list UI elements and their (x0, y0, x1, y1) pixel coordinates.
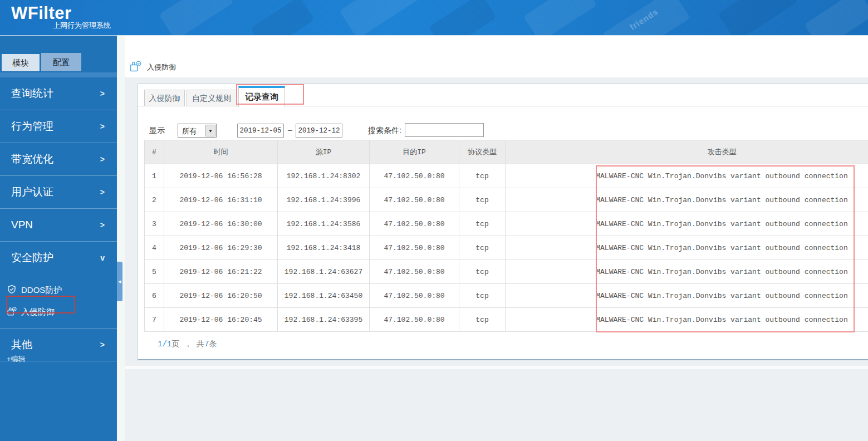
sidebar-item-label: 行为管理 (11, 120, 53, 132)
tab-custom-rules[interactable]: 自定义规则 (187, 90, 237, 106)
pagination: 1/1页 ， 共7条 (158, 339, 217, 349)
sidebar-item-query-stats[interactable]: 查询统计 > (0, 77, 117, 110)
column-header-attack-type: 攻击类型 (506, 140, 868, 164)
table-cell: tcp (459, 308, 506, 332)
table-row: 52019-12-06 16:21:22192.168.1.24:6362747… (145, 260, 868, 284)
dropdown-arrow-icon: ▼ (205, 125, 215, 136)
table-cell: MALWARE-CNC Win.Trojan.Donvibs variant o… (506, 284, 868, 308)
sidebar-item-ddos-protection[interactable]: DDOS防护 (0, 279, 117, 301)
table-cell: MALWARE-CNC Win.Trojan.Donvibs variant o… (506, 260, 868, 284)
table-cell: 192.168.1.24:3418 (278, 236, 370, 260)
table-cell: MALWARE-CNC Win.Trojan.Donvibs variant o… (506, 164, 868, 188)
sidebar-edit-link[interactable]: +编辑 (7, 354, 26, 364)
sidebar-item-label: DDOS防护 (21, 285, 62, 295)
sidebar-item-label: 带宽优化 (11, 153, 53, 165)
chevron-right-icon: > (100, 77, 105, 110)
table-cell: 192.168.1.24:63627 (278, 260, 370, 284)
sidebar-item-label: 其他 (11, 339, 32, 350)
table-cell: MALWARE-CNC Win.Trojan.Donvibs variant o… (506, 212, 868, 236)
table-cell: 192.168.1.24:3586 (278, 212, 370, 236)
sidebar-tab-modules[interactable]: 模块 (2, 54, 40, 71)
table-header-row: # 时间 源IP 目的IP 协议类型 攻击类型 (145, 140, 868, 164)
table-cell: 192.168.1.24:3996 (278, 188, 370, 212)
total-unit: 条 (209, 340, 217, 349)
table-cell: 2019-12-06 16:21:22 (164, 260, 278, 284)
content-footer-strip (125, 366, 868, 369)
table-cell: 192.168.1.24:63450 (278, 284, 370, 308)
table-cell: tcp (459, 260, 506, 284)
table-cell: MALWARE-CNC Win.Trojan.Donvibs variant o… (506, 188, 868, 212)
column-header-index: # (145, 140, 164, 164)
sidebar-item-bandwidth[interactable]: 带宽优化 > (0, 143, 117, 176)
sidebar-item-behavior-mgmt[interactable]: 行为管理 > (0, 110, 117, 143)
app-banner: friends WFilter 上网行为管理系统 (0, 0, 868, 36)
table-row: 32019-12-06 16:30:00192.168.1.24:358647.… (145, 212, 868, 236)
table-cell: 2019-12-06 16:56:28 (164, 164, 278, 188)
display-label: 显示 (149, 126, 165, 136)
select-value: 所有 (182, 126, 197, 136)
chevron-right-icon: > (100, 176, 105, 208)
table-cell: 47.102.50.0:80 (370, 236, 459, 260)
keyboard-key-decoration (429, 0, 497, 36)
table-cell: 192.168.1.24:63395 (278, 308, 370, 332)
keyboard-key-decoration (523, 0, 597, 36)
tab-record-query[interactable]: 记录查询 (238, 86, 285, 107)
intrusion-log-table: # 时间 源IP 目的IP 协议类型 攻击类型 12019-12-06 16:5… (144, 140, 868, 332)
table-cell: 5 (145, 260, 164, 284)
table-cell: MALWARE-CNC Win.Trojan.Donvibs variant o… (506, 308, 868, 332)
sidebar-item-label: 用户认证 (11, 186, 53, 198)
sidebar-item-intrusion-prevention[interactable]: 入侵防御 (0, 301, 117, 322)
table-cell: 3 (145, 212, 164, 236)
box-check-icon (7, 306, 17, 316)
table-cell: tcp (459, 188, 506, 212)
date-range-separator: – (288, 125, 292, 134)
table-cell: 47.102.50.0:80 (370, 212, 459, 236)
display-filter-select[interactable]: 所有 ▼ (178, 124, 217, 138)
column-header-source-ip: 源IP (278, 140, 370, 164)
sidebar-submenu-security: DDOS防护 入侵防御 (0, 275, 117, 329)
sidebar-collapse-handle[interactable]: ◀ (117, 262, 122, 301)
search-label: 搜索条件: (368, 126, 401, 136)
page-unit: 页 (171, 340, 179, 349)
table-cell: 47.102.50.0:80 (370, 308, 459, 332)
table-cell: 2019-12-06 16:29:30 (164, 236, 278, 260)
table-cell: 47.102.50.0:80 (370, 284, 459, 308)
sidebar-divider-strip (0, 72, 117, 77)
keyboard-key-decoration (159, 0, 234, 36)
table-row: 12019-12-06 16:56:28192.168.1.24:830247.… (145, 164, 868, 188)
tab-intrusion-prevention[interactable]: 入侵防御 (144, 90, 185, 106)
table-cell: 6 (145, 284, 164, 308)
column-header-protocol: 协议类型 (459, 140, 506, 164)
sidebar-item-user-auth[interactable]: 用户认证 > (0, 176, 117, 209)
chevron-right-icon: > (100, 110, 105, 143)
chevron-right-icon: > (100, 143, 105, 175)
date-from-input[interactable] (237, 124, 284, 138)
table-cell: 2 (145, 188, 164, 212)
keyboard-key-decoration (804, 0, 868, 36)
keyboard-key-decoration (718, 0, 797, 36)
table-cell: 2019-12-06 16:20:45 (164, 308, 278, 332)
page-title: 入侵防御 (147, 62, 176, 72)
table-cell: 2019-12-06 16:30:00 (164, 212, 278, 236)
pagination-separator: ， (184, 340, 192, 349)
app-subtitle: 上网行为管理系统 (53, 21, 111, 31)
date-to-input[interactable] (296, 124, 342, 138)
chevron-right-icon: > (100, 329, 105, 361)
keyboard-key-decoration (251, 0, 315, 36)
chevron-down-icon: v (100, 242, 105, 274)
page-number: 1/1 (158, 340, 171, 349)
table-cell: 4 (145, 236, 164, 260)
column-header-time: 时间 (164, 140, 278, 164)
sidebar-tab-config[interactable]: 配置 (41, 53, 81, 71)
records-panel: 入侵防御 自定义规则 记录查询 显示 所有 ▼ – 搜索条件: # 时间 源IP… (138, 84, 868, 360)
total-prefix: 共 (197, 340, 204, 349)
sidebar-item-label: 入侵防御 (21, 307, 55, 316)
table-row: 22019-12-06 16:31:10192.168.1.24:399647.… (145, 188, 868, 212)
search-input[interactable] (405, 123, 484, 137)
sidebar-item-security[interactable]: 安全防护 v (0, 242, 117, 275)
table-row: 72019-12-06 16:20:45192.168.1.24:6339547… (145, 308, 868, 332)
table-row: 42019-12-06 16:29:30192.168.1.24:341847.… (145, 236, 868, 260)
sidebar-item-vpn[interactable]: VPN > (0, 209, 117, 242)
table-cell: 47.102.50.0:80 (370, 260, 459, 284)
column-header-dest-ip: 目的IP (370, 140, 459, 164)
